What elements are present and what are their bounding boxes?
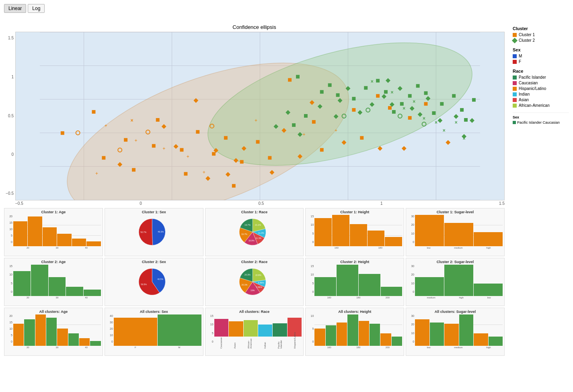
- pie-svg: 49.3%50.7%: [107, 215, 201, 249]
- y-tick-10: 1: [4, 75, 14, 79]
- legend-hispanic: Hispanic/Latino: [513, 86, 569, 91]
- bar: [444, 265, 473, 296]
- svg-marker-93: [454, 114, 458, 119]
- bar: [31, 265, 48, 296]
- cluster1-label: Cluster 1: [519, 33, 535, 37]
- legend-cluster2: Cluster 2: [513, 38, 569, 43]
- x-tick: 30: [56, 247, 59, 249]
- legend-indian: Indian: [513, 92, 569, 96]
- x-tick: 40: [85, 247, 88, 249]
- bar: [13, 271, 31, 296]
- bar: [474, 232, 503, 246]
- y-tick: 5: [307, 327, 314, 330]
- x-tick: high: [486, 247, 491, 249]
- sex-f-label: F: [519, 59, 521, 64]
- legend-sex-f: F: [513, 59, 569, 64]
- bar: [326, 325, 336, 346]
- svg-rect-58: [336, 93, 340, 97]
- x-tick: low: [487, 296, 491, 299]
- svg-rect-18: [152, 144, 156, 148]
- svg-rect-15: [102, 156, 105, 160]
- x-tick: Pacific Islander: [277, 337, 282, 349]
- svg-rect-31: [320, 148, 324, 152]
- bar: [43, 227, 57, 246]
- mini-chart-title: All clusters: Sugar-level: [408, 310, 503, 314]
- y-tick: 5: [307, 232, 314, 235]
- bar: [359, 321, 369, 346]
- mini-chart-bar: Cluster 2: Sugar-level3020100mediumhighl…: [406, 258, 505, 306]
- pie-svg: 21.1%11.3%11.3%16.9%19.7%19.7%: [207, 215, 302, 249]
- svg-text:×: ×: [455, 120, 458, 125]
- linear-button[interactable]: Linear: [4, 4, 26, 13]
- bar: [474, 284, 503, 296]
- bar: [350, 224, 367, 246]
- y-tick: 10: [6, 327, 12, 330]
- bar: [314, 218, 332, 246]
- x-tick: Asian: [234, 337, 236, 349]
- bar: [49, 277, 66, 296]
- bar: [68, 333, 79, 346]
- asian-icon: [513, 98, 517, 102]
- x-tick: low: [427, 346, 431, 349]
- svg-rect-65: [408, 94, 412, 98]
- bar: [444, 223, 473, 247]
- hispanic-icon: [513, 87, 517, 91]
- bar: [385, 237, 402, 246]
- svg-rect-29: [288, 78, 292, 82]
- mini-chart-bar: All clusters: Height1050160180200: [305, 308, 404, 356]
- bar: [57, 234, 71, 246]
- x-tick: M: [178, 346, 180, 349]
- y-tick-n05: −0.5: [4, 191, 14, 196]
- y-tick: 15: [6, 265, 12, 267]
- pie-label: 19.7%: [241, 233, 247, 235]
- x-tick-05: 0.5: [258, 201, 264, 206]
- y-tick: 0: [408, 290, 414, 293]
- bar: [214, 319, 228, 337]
- bar: [46, 318, 57, 346]
- svg-marker-95: [470, 118, 474, 123]
- y-tick: 30: [107, 321, 113, 324]
- y-tick: 10: [107, 334, 113, 337]
- bar: [368, 231, 385, 246]
- x-tick: 160: [327, 346, 331, 349]
- x-tick: low: [427, 247, 431, 249]
- bar: [229, 321, 243, 337]
- mini-chart-title: Cluster 1: Age: [6, 210, 101, 214]
- svg-rect-64: [400, 102, 404, 106]
- sex-detail-pacific-icon: [513, 121, 516, 124]
- bar: [314, 277, 336, 296]
- y-tick: 30: [408, 215, 414, 218]
- bar: [57, 329, 68, 346]
- x-tick-0: 0: [140, 201, 142, 206]
- legend-pacific-islander: Pacific Islander: [513, 75, 569, 80]
- sex-legend-title: Sex: [513, 47, 569, 52]
- x-tick-n05: −0.5: [15, 201, 23, 206]
- bar: [459, 314, 473, 346]
- bar: [114, 318, 157, 346]
- svg-rect-35: [388, 106, 392, 110]
- bar: [359, 274, 380, 296]
- y-tick: 0: [6, 340, 12, 343]
- pie-label: 11.3%: [258, 232, 264, 234]
- pie-label: 20.3%: [241, 284, 247, 286]
- bar: [347, 314, 358, 346]
- svg-rect-61: [376, 79, 380, 82]
- svg-text:×: ×: [390, 90, 393, 95]
- y-tick: 30: [408, 314, 414, 317]
- log-button[interactable]: Log: [28, 4, 45, 13]
- y-tick: 0: [207, 340, 214, 343]
- bar: [415, 319, 429, 346]
- caucasian-icon: [513, 81, 517, 85]
- bar: [258, 325, 272, 337]
- svg-rect-73: [472, 98, 476, 102]
- y-tick: 20: [6, 215, 12, 218]
- y-tick: 0: [408, 241, 414, 243]
- legend-cluster1: Cluster 1: [513, 33, 569, 37]
- x-tick: 160: [335, 247, 339, 249]
- svg-rect-60: [364, 86, 368, 90]
- y-tick: 15: [6, 321, 12, 324]
- mini-chart-bar: Cluster 2: Age151050203040: [4, 258, 103, 306]
- mini-chart-title: Cluster 1: Sugar-level: [408, 210, 503, 214]
- bar: [415, 277, 444, 296]
- sex-detail-pacific: Pacific Islander Caucasian: [513, 120, 569, 125]
